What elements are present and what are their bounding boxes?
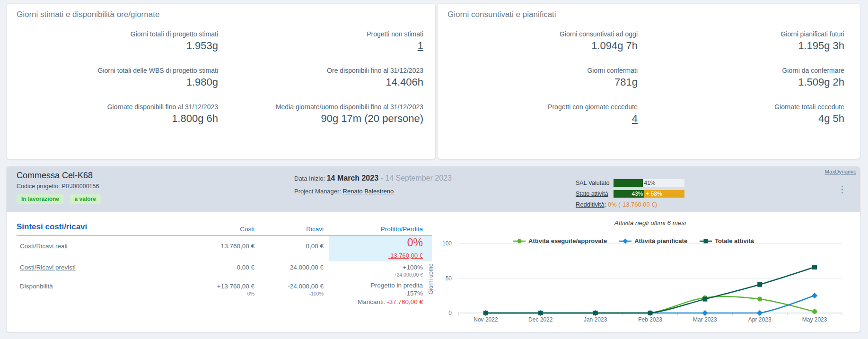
column-header-profitto: Profitto/Perdita	[361, 226, 423, 233]
metric-value: 90g 17m (20 persone)	[218, 113, 423, 125]
metric-label: Giorni consuntivati ad oggi	[438, 30, 638, 38]
metric-value: 14.406h	[218, 76, 423, 88]
metric-label: Giornate totali eccedute	[638, 103, 844, 111]
cell-disp-mancanti: Mancanti: -37.760,00 €	[314, 298, 423, 305]
row-link-costi-ricavi-reali[interactable]: Costi/Ricavi reali	[20, 243, 68, 250]
table-header-rule	[17, 235, 432, 235]
metric-label: Giornate disponibili fino al 31/12/2023	[7, 103, 218, 111]
date-end: - 14 September 2023	[378, 174, 452, 182]
project-header-band: Commessa Cel-K68 Codice progetto: PRJ000…	[7, 166, 860, 212]
redd-row: Redditività: 0% (-13.760,00 €)	[576, 200, 657, 209]
pm-label: Project Manager:	[294, 188, 343, 195]
project-title: Commessa Cel-K68	[17, 171, 105, 181]
redd-sep: :	[605, 201, 608, 208]
pm-row: Project Manager: Renato Balestreno	[294, 187, 452, 195]
svg-text:Attività negli ultimi 6 mesi: Attività negli ultimi 6 mesi	[614, 219, 687, 226]
status-badge: a valore	[70, 194, 100, 204]
activity-line-chart: 050100Nov 2022Dec 2022Jan 2023Feb 2023Ma…	[423, 214, 849, 330]
cell-previsti-costi: 0,00 €	[184, 264, 254, 271]
maxdynamic-link[interactable]: MaxDynamic	[825, 169, 856, 174]
metric-value-link[interactable]: 1	[218, 40, 423, 52]
cell-reali-profit-amount-link[interactable]: -13.760,00 €	[357, 252, 423, 259]
row-label-disponibilita: Disponbilità	[20, 283, 53, 290]
cell-reali-costi: 13.760,00 €	[184, 243, 254, 250]
svg-text:Mar 2023: Mar 2023	[693, 316, 717, 323]
sal-percent: 41%	[643, 179, 685, 187]
metric-value: 1.094g 7h	[438, 40, 638, 52]
metrics-grid: Giorni totali di progetto stimati 1.953g…	[7, 30, 423, 125]
metric: Giorni da confermare 1.509g 2h	[638, 67, 844, 88]
mancanti-label: Mancanti:	[358, 298, 387, 305]
metric-value: 1.800g 6h	[7, 113, 218, 125]
legend-marker-square-icon	[700, 238, 712, 244]
cell-previsti-ricavi: 24.000,00 €	[253, 264, 324, 271]
metric: Giornate disponibili fino al 31/12/2023 …	[7, 103, 218, 125]
chart-legend: Attivita eseguite/approvate Attività pia…	[513, 237, 754, 244]
cell-disp-profit-note: Progetto in predita	[338, 282, 423, 289]
row-link-costi-ricavi-previsti[interactable]: Costi/Ricavi previsti	[20, 264, 76, 271]
column-header-ricavi: Ricavi	[262, 226, 324, 233]
metric-value: 1.195g 3h	[638, 40, 844, 52]
sal-fill	[614, 179, 643, 187]
legend-marker-diamond-icon	[619, 238, 631, 244]
more-menu-button[interactable]: ⋮	[838, 187, 847, 191]
cell-disp-costi-sub: 0%	[184, 291, 254, 296]
cell-disp-costi: +13.760,00 €	[184, 283, 254, 290]
card-giorni-stimati: Giorni stimati e disponibilità ore/giorn…	[7, 4, 435, 159]
mancanti-value: -37.760,00 €	[387, 298, 423, 305]
metric-value: 1.509g 2h	[638, 76, 844, 88]
project-code: Codice progetto: PRJ00000156	[17, 183, 105, 190]
metric: Media giornate/uomo disponibili fino al …	[218, 103, 423, 125]
metric-value-link[interactable]: 4	[438, 113, 638, 125]
legend-item-pianificate[interactable]: Attività pianificate	[619, 237, 687, 244]
cell-disp-ricavi-sub: -100%	[253, 291, 324, 296]
card-giorni-consuntivati: Giorni consuntivati e pianificati Giorni…	[438, 4, 860, 159]
metric: Progetti con giornate eccedute 4	[438, 103, 638, 125]
metric-value: 1.953g	[7, 40, 218, 52]
metric: Giorni consuntivati ad oggi 1.094g 7h	[438, 30, 638, 52]
metric: Giorni pianificati futuri 1.195g 3h	[638, 30, 844, 52]
stato-green-segment: 43%	[614, 190, 644, 198]
legend-label: Attivita eseguite/approvate	[528, 237, 607, 244]
card-commessa: Commessa Cel-K68 Codice progetto: PRJ000…	[7, 166, 860, 332]
metric-label: Giorni pianificati futuri	[638, 30, 844, 38]
project-info: Commessa Cel-K68 Codice progetto: PRJ000…	[17, 171, 105, 204]
cell-disp-ricavi: -24.000,00 €	[253, 283, 324, 290]
legend-item-eseguite[interactable]: Attivita eseguite/approvate	[513, 237, 607, 244]
cell-disp-profit-pct: -157%	[338, 290, 423, 297]
metric-value: 1.980g	[7, 76, 218, 88]
svg-text:Dec 2022: Dec 2022	[528, 316, 553, 323]
svg-text:100: 100	[442, 240, 452, 247]
pm-name-link[interactable]: Renato Balestreno	[343, 188, 394, 195]
column-header-costi: Costi	[193, 226, 254, 233]
metric-value: 4g 5h	[638, 113, 844, 125]
status-badges: In lavorazione a valore	[17, 194, 105, 204]
metric-label: Ore disponibili fino al 31/12/2023	[218, 67, 423, 75]
date-start: 14 March 2023	[327, 174, 378, 182]
svg-text:Feb 2023: Feb 2023	[638, 316, 662, 323]
stato-amber-segment: + 58%	[644, 190, 685, 198]
metric-label: Giorni da confermare	[638, 67, 844, 75]
svg-text:50: 50	[446, 275, 452, 282]
svg-text:Jan 2023: Jan 2023	[584, 316, 607, 323]
redd-value: 0% (-13.760,00 €)	[608, 201, 657, 208]
cell-previsti-profit-amount: +24.000,00 €	[352, 272, 423, 278]
metric-label: Progetti con giornate eccedute	[438, 103, 638, 111]
date-label: Data Inizio:	[294, 175, 327, 182]
svg-text:Giorni uomo: Giorni uomo	[428, 263, 434, 295]
cell-previsti-profit-pct: +100%	[352, 264, 423, 271]
legend-label: Attività pianificate	[634, 237, 687, 244]
metric-value: 781g	[438, 76, 638, 88]
metric-label: Giorni totali di progetto stimati	[7, 30, 218, 38]
cell-reali-profit-pct: 0%	[357, 236, 423, 249]
metric: Giorni totali delle WBS di progetto stim…	[7, 67, 218, 88]
project-code-value: PRJ00000156	[61, 183, 99, 190]
legend-item-totale[interactable]: Totale attività	[700, 237, 754, 244]
stato-label-link[interactable]: Stato attività	[576, 191, 614, 197]
metric: Giornate totali eccedute 4g 5h	[638, 103, 844, 125]
status-badge: In lavorazione	[17, 194, 64, 204]
cell-reali-ricavi: 0,00 €	[253, 243, 324, 250]
redd-label-link[interactable]: Redditività	[576, 201, 605, 208]
metric-label: Progetti non stimati	[218, 30, 423, 38]
sal-row: SAL Valutato 41%	[576, 179, 684, 187]
